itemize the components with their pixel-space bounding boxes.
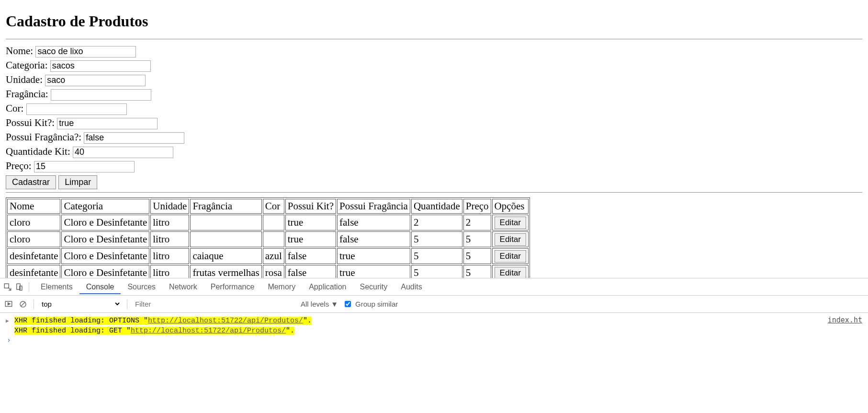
cell-unidade: litro (150, 231, 189, 247)
unidade-field[interactable] (45, 75, 146, 86)
cell-preco: 5 (463, 248, 491, 264)
cell-cor (263, 215, 284, 230)
column-header: Cor (263, 199, 284, 214)
tab-network[interactable]: Network (162, 280, 204, 288)
cell-cor (263, 231, 284, 247)
nome-field[interactable] (35, 46, 136, 57)
column-header: Categoria (61, 199, 149, 214)
column-header: Preço (463, 199, 491, 214)
cell-possuiKit: true (285, 231, 336, 247)
editar-button[interactable]: Editar (495, 217, 526, 229)
possui-kit-field[interactable] (57, 118, 158, 129)
tab-memory[interactable]: Memory (261, 280, 302, 288)
cell-opcoes: Editar (492, 231, 529, 247)
fragancia-field[interactable] (51, 89, 151, 101)
tab-security[interactable]: Security (353, 280, 394, 288)
tab-performance[interactable]: Performance (204, 280, 261, 288)
column-header: Possui Kit? (285, 199, 336, 214)
nome-label: Nome: (6, 45, 33, 57)
cell-nome: cloro (7, 231, 60, 247)
table-row: cloroCloro e Desinfetantelitrotruefalse2… (7, 215, 529, 230)
editar-button[interactable]: Editar (495, 250, 526, 263)
column-header: Nome (7, 199, 60, 214)
tab-sources[interactable]: Sources (121, 280, 162, 288)
possui-fragancia-field[interactable] (84, 132, 184, 144)
cell-quantidade: 5 (411, 231, 462, 247)
preco-label: Preço: (6, 160, 32, 172)
cell-nome: desinfetante (7, 248, 60, 264)
editar-button[interactable]: Editar (495, 233, 526, 246)
quantidade-kit-field[interactable] (73, 147, 173, 158)
cell-quantidade: 5 (411, 248, 462, 264)
cell-opcoes: Editar (492, 248, 529, 264)
cell-cor: azul (263, 248, 284, 264)
cell-possuiFragancia: false (337, 231, 410, 247)
cell-preco: 2 (463, 215, 491, 230)
cor-label: Cor: (6, 103, 23, 114)
preco-field[interactable] (34, 161, 135, 172)
cell-opcoes: Editar (492, 215, 529, 230)
products-table: NomeCategoriaUnidadeFragânciaCorPossui K… (6, 197, 530, 282)
cor-field[interactable] (26, 103, 127, 115)
table-row: desinfetanteCloro e Desinfetantelitrocai… (7, 248, 529, 264)
cell-fragancia (190, 231, 261, 247)
cell-possuiKit: true (285, 215, 336, 230)
divider (6, 192, 862, 193)
possui-fragancia-label: Possui Fragância?: (6, 131, 81, 143)
column-header: Possui Fragância (337, 199, 410, 214)
cell-categoria: Cloro e Desinfetante (61, 231, 149, 247)
divider (6, 39, 862, 39)
cell-possuiFragancia: false (337, 215, 410, 230)
unidade-label: Unidade: (6, 74, 43, 85)
tab-application[interactable]: Application (302, 280, 353, 288)
cell-fragancia: caiaque (190, 248, 261, 264)
cell-fragancia (190, 215, 261, 230)
devtools-tabs: ElementsConsoleSourcesNetworkPerformance… (0, 278, 868, 288)
cell-nome: cloro (7, 215, 60, 230)
column-header: Quantidade (411, 199, 462, 214)
cell-possuiKit: false (285, 248, 336, 264)
inspect-icon[interactable] (3, 282, 12, 288)
categoria-field[interactable] (50, 60, 151, 72)
device-icon[interactable] (14, 282, 24, 288)
tab-console[interactable]: Console (79, 280, 121, 288)
devtools-panel: ElementsConsoleSourcesNetworkPerformance… (0, 278, 868, 288)
quantidade-kit-label: Quantidade Kit: (6, 146, 70, 157)
possui-kit-label: Possui Kit?: (6, 117, 55, 128)
column-header: Opções (492, 199, 529, 214)
page-title: Cadastro de Produtos (6, 12, 862, 30)
cell-categoria: Cloro e Desinfetante (61, 215, 149, 230)
cell-possuiFragancia: true (337, 248, 410, 264)
table-row: cloroCloro e Desinfetantelitrotruefalse5… (7, 231, 529, 247)
tab-audits[interactable]: Audits (394, 280, 428, 288)
cadastrar-button[interactable]: Cadastrar (6, 175, 56, 189)
column-header: Fragância (190, 199, 261, 214)
categoria-label: Categoria: (6, 59, 47, 71)
tab-elements[interactable]: Elements (34, 280, 79, 288)
cell-unidade: litro (150, 248, 189, 264)
cell-categoria: Cloro e Desinfetante (61, 248, 149, 264)
cell-quantidade: 2 (411, 215, 462, 230)
limpar-button[interactable]: Limpar (58, 175, 97, 189)
cell-preco: 5 (463, 231, 491, 247)
fragancia-label: Fragância: (6, 88, 48, 100)
cell-unidade: litro (150, 215, 189, 230)
product-form: Nome: Categoria: Unidade: Fragância: Cor… (6, 44, 862, 189)
column-header: Unidade (150, 199, 189, 214)
